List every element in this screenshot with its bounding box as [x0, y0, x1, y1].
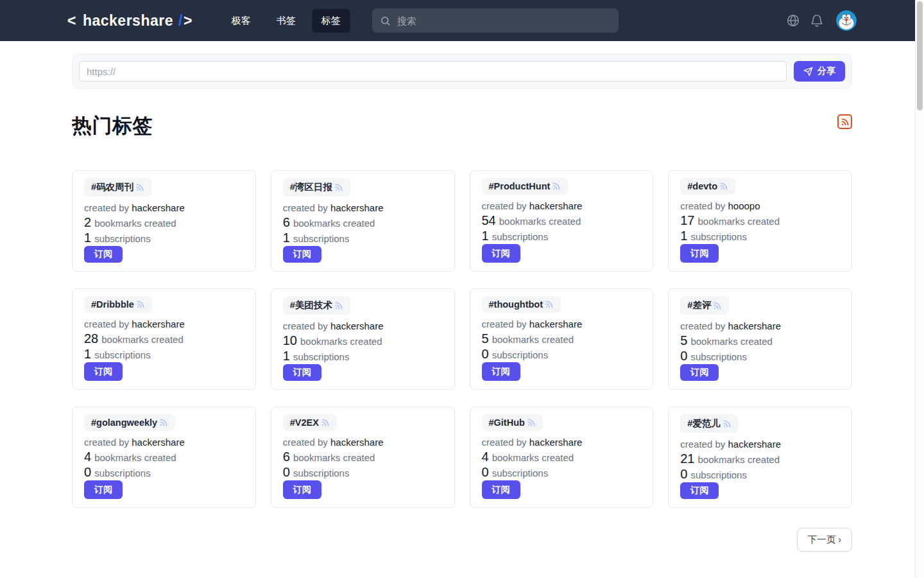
- tag-card: #V2EX created by hackershare 6bookmarks …: [271, 407, 455, 508]
- bookmarks-label: bookmarks created: [690, 336, 773, 347]
- tag-meta: created by hackershare 6bookmarks create…: [283, 201, 384, 246]
- bookmarks-label: bookmarks created: [293, 452, 375, 463]
- subscriptions-line: 0subscriptions: [680, 349, 781, 364]
- subscriptions-label: subscriptions: [690, 469, 747, 480]
- subscribe-button[interactable]: 订阅: [283, 246, 321, 263]
- tag-meta: created by hooopo 17bookmarks created 1s…: [680, 199, 780, 244]
- tag-pill[interactable]: #golangweekly: [84, 414, 175, 431]
- subscriptions-label: subscriptions: [492, 468, 549, 478]
- created-by-label: created by: [482, 437, 527, 448]
- next-page-button[interactable]: 下一页 ›: [797, 528, 852, 552]
- main-content: 分享 热门标签 #码农周刊 created by hackershare: [72, 54, 852, 552]
- creator-line: created by hooopo: [680, 199, 780, 213]
- url-input[interactable]: [79, 61, 787, 82]
- tag-pill[interactable]: #thoughtbot: [482, 296, 561, 313]
- subscribe-button[interactable]: 订阅: [283, 480, 321, 499]
- nav-link-bookmarks[interactable]: 书签: [267, 9, 305, 33]
- subscribe-button[interactable]: 订阅: [482, 480, 520, 499]
- tag-pill[interactable]: #湾区日报: [283, 178, 350, 197]
- creator-name: hackershare: [330, 202, 384, 213]
- avatar[interactable]: [836, 10, 857, 31]
- subscriptions-line: 0subscriptions: [482, 347, 583, 362]
- nav-link-tags[interactable]: 标签: [312, 9, 350, 33]
- subscriptions-label: subscriptions: [690, 231, 747, 242]
- tag-pill[interactable]: #Dribbble: [84, 296, 152, 313]
- tag-rss-icon: [334, 301, 343, 310]
- subscriptions-label: subscriptions: [690, 351, 747, 362]
- search-icon: [380, 15, 391, 26]
- share-button[interactable]: 分享: [794, 61, 845, 82]
- tag-rss-icon: [713, 301, 722, 310]
- tag-card: #美团技术 created by hackershare 10bookmarks…: [271, 288, 455, 390]
- tag-pill[interactable]: #差评: [680, 296, 729, 315]
- tag-name: #V2EX: [290, 417, 319, 428]
- subscriptions-line: 1subscriptions: [84, 231, 185, 246]
- tag-pill[interactable]: #devto: [680, 178, 735, 195]
- tag-card: #湾区日报 created by hackershare 6bookmarks …: [271, 170, 455, 272]
- tag-pill[interactable]: #ProductHunt: [482, 178, 569, 195]
- bookmarks-line: 21bookmarks created: [680, 451, 781, 467]
- subscriptions-line: 1subscriptions: [84, 347, 185, 362]
- subscribe-button[interactable]: 订阅: [84, 246, 123, 263]
- globe-icon[interactable]: [786, 13, 800, 28]
- tag-name: #爱范儿: [687, 417, 721, 430]
- subscriptions-label: subscriptions: [293, 233, 350, 244]
- tag-pill[interactable]: #爱范儿: [680, 414, 739, 433]
- scrollbar-thumb[interactable]: [917, 1, 923, 110]
- search-box[interactable]: [372, 8, 619, 33]
- tag-pill[interactable]: #码农周刊: [84, 178, 151, 197]
- subscribe-button[interactable]: 订阅: [482, 244, 520, 263]
- tag-name: #thoughtbot: [489, 299, 543, 310]
- bookmarks-label: bookmarks created: [492, 452, 574, 463]
- bookmarks-count: 5: [482, 331, 489, 346]
- tag-card: #Dribbble created by hackershare 28bookm…: [72, 288, 256, 390]
- bookmarks-count: 10: [283, 333, 297, 347]
- scrollbar[interactable]: [915, 0, 924, 578]
- subscriptions-line: 0subscriptions: [84, 465, 185, 480]
- tag-pill[interactable]: #GitHub: [482, 414, 543, 431]
- tag-card: #GitHub created by hackershare 4bookmark…: [470, 407, 654, 508]
- tag-pill[interactable]: #美团技术: [283, 296, 350, 315]
- tag-rss-icon: [545, 300, 554, 309]
- tag-pill[interactable]: #V2EX: [283, 414, 337, 431]
- created-by-label: created by: [680, 200, 725, 211]
- tag-name: #GitHub: [489, 417, 525, 428]
- subscriptions-line: 0subscriptions: [283, 465, 384, 480]
- subscribe-button[interactable]: 订阅: [84, 362, 123, 381]
- tag-rss-icon: [136, 300, 145, 309]
- creator-line: created by hackershare: [482, 317, 583, 331]
- tag-rss-icon: [552, 182, 561, 191]
- creator-line: created by hackershare: [84, 317, 185, 331]
- tag-rss-icon: [723, 419, 732, 428]
- logo[interactable]: < hackershare / >: [67, 12, 193, 30]
- creator-line: created by hackershare: [482, 199, 583, 213]
- bookmarks-label: bookmarks created: [499, 216, 581, 227]
- nav-link-geek[interactable]: 极客: [222, 9, 261, 33]
- bookmarks-label: bookmarks created: [293, 218, 375, 229]
- rss-feed-link[interactable]: [837, 114, 852, 129]
- subscribe-button[interactable]: 订阅: [482, 362, 520, 381]
- subscriptions-label: subscriptions: [293, 351, 350, 362]
- subscriptions-label: subscriptions: [94, 233, 151, 244]
- subscribe-button[interactable]: 订阅: [680, 482, 719, 499]
- bookmarks-label: bookmarks created: [698, 454, 780, 465]
- subscribe-button[interactable]: 订阅: [84, 480, 123, 499]
- created-by-label: created by: [283, 437, 328, 448]
- search-input[interactable]: [397, 15, 611, 26]
- bell-icon[interactable]: [810, 13, 824, 28]
- bookmarks-label: bookmarks created: [94, 218, 176, 229]
- subscribe-button[interactable]: 订阅: [283, 364, 321, 381]
- share-url-bar: 分享: [72, 54, 852, 89]
- subscriptions-line: 1subscriptions: [283, 231, 384, 246]
- navbar-actions: [786, 10, 857, 31]
- subscribe-button[interactable]: 订阅: [680, 244, 719, 263]
- tag-card: #爱范儿 created by hackershare 21bookmarks …: [668, 407, 852, 508]
- creator-name: hackershare: [132, 202, 185, 213]
- bookmarks-line: 4bookmarks created: [84, 450, 185, 465]
- subscribe-button[interactable]: 订阅: [680, 364, 719, 381]
- creator-line: created by hackershare: [283, 319, 384, 333]
- pagination: 下一页 ›: [72, 528, 852, 552]
- subscriptions-label: subscriptions: [492, 231, 549, 242]
- creator-name: hackershare: [132, 437, 185, 448]
- logo-lt: <: [67, 12, 76, 30]
